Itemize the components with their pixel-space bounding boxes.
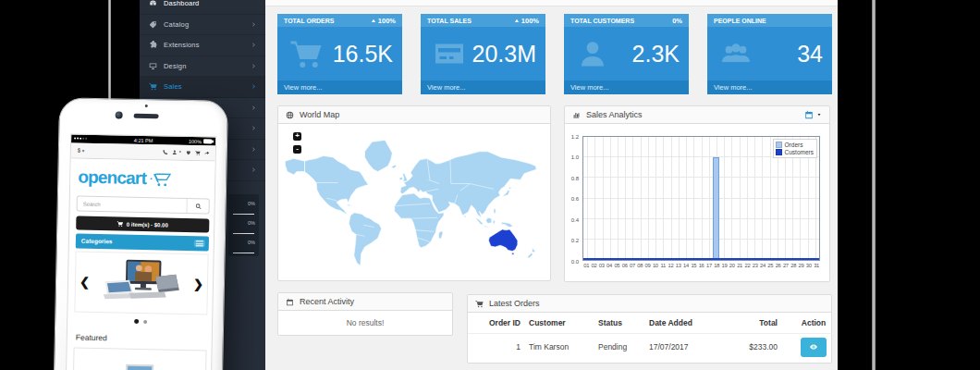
chart-range-dropdown[interactable] bbox=[804, 110, 822, 119]
legend-swatch bbox=[776, 142, 782, 148]
chevron-right-icon bbox=[251, 83, 256, 90]
stat-tile-total-sales: TOTAL SALES100%20.3MView more... bbox=[421, 14, 545, 94]
search-icon bbox=[195, 203, 202, 209]
chart-gridline-v bbox=[625, 137, 626, 260]
world-map-title: World Map bbox=[300, 110, 339, 119]
chart-customers-zero-line bbox=[583, 258, 819, 260]
chart-bar-orders bbox=[713, 157, 719, 260]
orders-column-header: Date Added bbox=[649, 313, 748, 333]
map-australia-highlighted bbox=[489, 229, 518, 252]
carousel-dot-active[interactable] bbox=[134, 319, 139, 324]
calendar-icon bbox=[804, 110, 814, 119]
sidebar-item-sales[interactable]: Sales bbox=[140, 77, 265, 98]
phone-sensor-dot bbox=[145, 105, 148, 107]
tile-delta: 100% bbox=[371, 17, 396, 25]
tile-view-more-link[interactable]: View more... bbox=[564, 80, 689, 94]
featured-product-card[interactable] bbox=[72, 348, 207, 370]
account-icon[interactable] bbox=[172, 149, 178, 154]
chevron-right-icon bbox=[251, 42, 256, 48]
orders-cell: Tim Karson bbox=[523, 333, 598, 361]
chevron-right-icon bbox=[251, 146, 256, 153]
carousel-prev-arrow[interactable]: ❮ bbox=[80, 276, 90, 288]
featured-heading: Featured bbox=[76, 333, 107, 343]
world-map[interactable] bbox=[285, 128, 545, 277]
tile-view-more-link[interactable]: View more... bbox=[707, 80, 832, 94]
chart-y-tick-label: 0.0 bbox=[571, 259, 579, 265]
carousel-next-arrow[interactable]: ❯ bbox=[193, 278, 203, 290]
status-battery: 100% bbox=[189, 138, 212, 144]
chart-gridline-v bbox=[632, 137, 633, 260]
tile-header: TOTAL SALES100% bbox=[421, 14, 545, 27]
chart-x-tick-label: 06 bbox=[620, 263, 628, 268]
map-greenland bbox=[365, 140, 393, 171]
view-order-button[interactable] bbox=[801, 338, 827, 357]
chevron-right-icon bbox=[251, 105, 256, 111]
search-placeholder: Search bbox=[83, 202, 101, 207]
tile-body: 34 bbox=[707, 27, 832, 80]
sidebar-item-dashboard[interactable]: Dashboard bbox=[140, 0, 265, 15]
chart-x-tick-label: 26 bbox=[774, 263, 781, 268]
phone-handset-icon[interactable] bbox=[163, 149, 168, 154]
map-zoom-in-button[interactable]: + bbox=[293, 132, 301, 141]
chart-x-tick-label: 05 bbox=[613, 263, 620, 268]
sidebar-item-catalog[interactable]: Catalog bbox=[140, 15, 265, 36]
map-new-guinea bbox=[502, 222, 514, 228]
person-icon bbox=[575, 37, 610, 70]
carousel-dot[interactable] bbox=[143, 320, 147, 324]
orders-cell: Pending bbox=[598, 333, 649, 361]
chart-gridline-v bbox=[693, 137, 694, 260]
tile-delta-value: 100% bbox=[521, 17, 539, 25]
map-zoom-out-button[interactable]: - bbox=[293, 145, 301, 154]
phone-camera bbox=[116, 111, 123, 118]
phone-carousel: ❮ ❯ bbox=[74, 252, 208, 315]
recent-activity-header: Recent Activity bbox=[278, 293, 452, 311]
admin-dashboard-screen: DashboardCatalogExtensionsDesignSales 0%… bbox=[140, 0, 838, 370]
tile-header: TOTAL CUSTOMERS0% bbox=[564, 14, 689, 27]
recent-activity-title: Recent Activity bbox=[300, 297, 354, 306]
wishlist-heart-icon[interactable] bbox=[186, 149, 191, 154]
tile-view-more-link[interactable]: View more... bbox=[421, 80, 545, 94]
search-button[interactable] bbox=[187, 199, 209, 213]
world-map-panel-header: World Map bbox=[278, 106, 550, 124]
chart-x-tick-label: 12 bbox=[667, 263, 674, 268]
phone-search-box[interactable]: Search bbox=[77, 196, 210, 215]
sidebar-item-design[interactable]: Design bbox=[140, 56, 265, 78]
chart-x-tick-label: 11 bbox=[659, 263, 667, 268]
monitor-edge-right bbox=[872, 0, 876, 370]
tile-view-more-link[interactable]: View more... bbox=[277, 80, 402, 94]
cart-button-label: 0 item(s) - $0.00 bbox=[127, 221, 168, 228]
cart-icon bbox=[117, 220, 124, 227]
chart-x-tick-label: 13 bbox=[675, 263, 682, 268]
chart-gridline-v bbox=[724, 137, 725, 260]
share-icon[interactable] bbox=[204, 150, 210, 155]
map-java bbox=[483, 226, 489, 228]
orders-column-header: Order ID bbox=[468, 313, 523, 333]
cart-icon[interactable] bbox=[195, 150, 201, 155]
phone-cart-button[interactable]: 0 item(s) - $0.00 bbox=[76, 216, 209, 233]
orders-table-row: 1Tim KarsonPending17/07/2017$233.00 bbox=[468, 333, 833, 361]
legend-label: Orders bbox=[785, 142, 803, 148]
chart-x-tick-label: 31 bbox=[813, 263, 820, 268]
admin-content: TOTAL ORDERS100%16.5KView more...TOTAL S… bbox=[265, 0, 838, 370]
map-sulawesi bbox=[493, 220, 495, 224]
chart-x-tick-label: 30 bbox=[805, 263, 813, 268]
chart-x-tick-label: 14 bbox=[682, 263, 690, 268]
chart-gridline-v bbox=[594, 137, 595, 260]
currency-dropdown[interactable]: $ ▾ bbox=[78, 148, 85, 154]
categories-bar[interactable]: Categories bbox=[76, 234, 209, 252]
hamburger-menu-icon[interactable] bbox=[194, 240, 205, 247]
cart-icon bbox=[475, 300, 484, 308]
tag-icon bbox=[149, 20, 157, 29]
orders-table-header-row: Order IDCustomerStatusDate AddedTotalAct… bbox=[468, 313, 833, 333]
sidebar-item-extensions[interactable]: Extensions bbox=[140, 35, 265, 56]
sidebar-stat-bar bbox=[233, 214, 254, 215]
chart-gridline-v bbox=[663, 137, 664, 260]
tile-value: 16.5K bbox=[333, 41, 393, 68]
globe-icon bbox=[286, 111, 294, 119]
tile-title: TOTAL CUSTOMERS bbox=[570, 18, 634, 24]
orders-cell: 17/07/2017 bbox=[649, 333, 748, 361]
chart-gridline-v bbox=[709, 137, 710, 260]
chart-x-axis-labels: 0102030405060708091011121314151617181920… bbox=[582, 263, 820, 268]
chart-gridline-v bbox=[655, 137, 656, 260]
tile-header: TOTAL ORDERS100% bbox=[277, 14, 402, 27]
